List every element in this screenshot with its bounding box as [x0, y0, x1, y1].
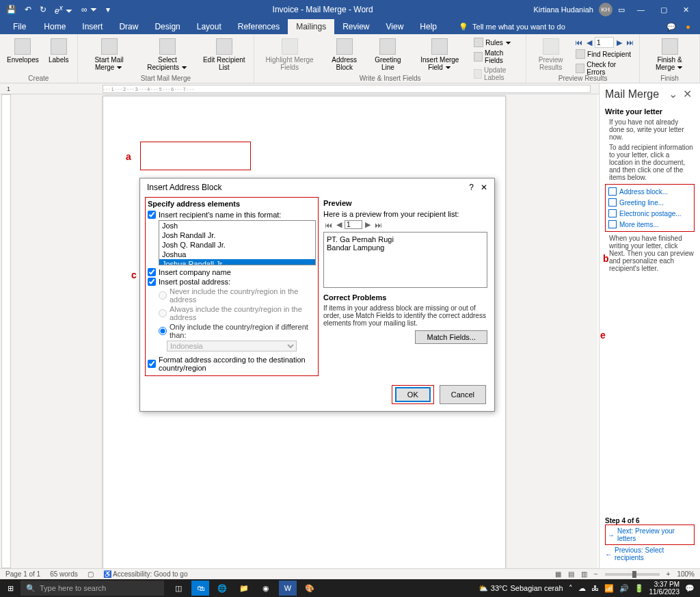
radio-only-if-different[interactable]: Only include the country/region if diffe…	[159, 323, 316, 339]
maximize-icon[interactable]: ▢	[654, 5, 674, 14]
qat-more-icon[interactable]: ▾	[104, 5, 112, 14]
name-option[interactable]: Josh Q. Randall Jr.	[159, 240, 315, 250]
redo-icon[interactable]: ↻	[38, 5, 49, 14]
name-format-list[interactable]: Josh Josh Randall Jr. Josh Q. Randall Jr…	[159, 220, 316, 265]
name-option[interactable]: Josh Randall Jr.	[159, 230, 315, 240]
record-navigator[interactable]: ⏮ ◀ ▶ ⏭	[574, 37, 635, 48]
dialog-help-icon[interactable]: ?	[469, 183, 474, 192]
tab-insert[interactable]: Insert	[74, 19, 111, 34]
name-option[interactable]: Josh	[159, 221, 315, 230]
radio-never-country[interactable]: Never include the country/region in the …	[159, 287, 316, 304]
minimize-icon[interactable]: —	[630, 5, 651, 14]
ruler-strip[interactable]: · · · 1 · · · 2 · · · 3 · · · 4 · · · 5 …	[103, 85, 591, 93]
taskbar-app-word[interactable]: W	[279, 581, 297, 596]
tab-view[interactable]: View	[378, 19, 412, 34]
taskbar-search[interactable]: 🔍 Type here to search	[21, 581, 164, 596]
notification-icon[interactable]: ●	[686, 23, 690, 31]
chk-format-address[interactable]: Format address according to the destinat…	[148, 356, 316, 372]
record-number-input[interactable]	[595, 37, 614, 48]
pane-close-icon[interactable]: ✕	[680, 88, 695, 100]
word-count[interactable]: 65 words	[50, 570, 78, 578]
name-option[interactable]: Joshua	[159, 250, 315, 259]
chk-company-name[interactable]: Insert company name	[148, 268, 316, 276]
preview-first-icon[interactable]: ⏮	[323, 221, 334, 229]
taskbar-app-explorer[interactable]: 📁	[235, 581, 253, 596]
tab-draw[interactable]: Draw	[111, 19, 146, 34]
prev-step-link[interactable]: ←Previous: Select recipients	[605, 545, 695, 563]
save-icon[interactable]: 💾	[4, 5, 18, 14]
preview-last-icon[interactable]: ⏭	[373, 221, 383, 229]
highlight-fields-button[interactable]: Highlight Merge Fields	[258, 37, 321, 72]
tab-home[interactable]: Home	[36, 19, 74, 34]
country-select[interactable]: Indonesia	[167, 341, 316, 351]
labels-button[interactable]: Labels	[44, 37, 73, 65]
last-record-icon[interactable]: ⏭	[625, 38, 635, 47]
print-layout-icon[interactable]: ▤	[568, 570, 574, 578]
dialog-close-icon[interactable]: ✕	[481, 183, 487, 192]
user-avatar[interactable]: KH	[599, 3, 612, 16]
find-recipient-button[interactable]: Find Recipient	[574, 49, 635, 59]
tray-network-icon[interactable]: 🖧	[591, 584, 599, 592]
tab-file[interactable]: File	[3, 19, 36, 34]
match-fields-button[interactable]: Match Fields...	[415, 330, 487, 344]
read-mode-icon[interactable]: ▦	[555, 570, 561, 578]
tab-layout[interactable]: Layout	[189, 19, 230, 34]
undo-icon[interactable]: ↶	[23, 5, 33, 14]
edit-recipient-list-button[interactable]: Edit Recipient List	[198, 37, 250, 72]
tray-battery-icon[interactable]: 🔋	[634, 584, 644, 593]
first-record-icon[interactable]: ⏮	[574, 38, 584, 47]
pane-dropdown-icon[interactable]: ⌄	[666, 88, 680, 100]
select-recipients-button[interactable]: Select Recipients ⏷	[139, 37, 196, 72]
finish-merge-button[interactable]: Finish & Merge ⏷	[644, 37, 695, 72]
ok-button[interactable]: OK	[395, 387, 431, 402]
radio-always-country[interactable]: Always include the country/region in the…	[159, 305, 316, 321]
taskbar-app-paint[interactable]: 🎨	[301, 581, 319, 596]
tab-mailings[interactable]: Mailings	[288, 19, 334, 34]
tray-volume-icon[interactable]: 🔊	[619, 584, 629, 593]
preview-results-button[interactable]: Preview Results	[530, 37, 571, 72]
taskbar-app-chrome[interactable]: ◉	[257, 581, 275, 596]
chk-postal-address[interactable]: Insert postal address:	[148, 278, 316, 286]
start-mail-merge-button[interactable]: Start Mail Merge ⏷	[82, 37, 137, 72]
taskbar-app-store[interactable]: 🛍	[191, 581, 209, 596]
task-view-icon[interactable]: ◫	[170, 581, 187, 596]
link-address-block[interactable]: Address block...	[607, 186, 692, 197]
tray-notifications-icon[interactable]: 💬	[685, 584, 695, 593]
zoom-in-icon[interactable]: +	[667, 570, 671, 578]
preview-next-icon[interactable]: ▶	[364, 220, 372, 229]
close-icon[interactable]: ✕	[676, 5, 696, 14]
link-more-items[interactable]: More items...	[607, 219, 692, 230]
display-options-icon[interactable]: ▭	[618, 5, 625, 14]
start-button[interactable]: ⊞	[0, 584, 21, 593]
prev-record-icon[interactable]: ◀	[585, 38, 593, 47]
zoom-out-icon[interactable]: −	[594, 570, 598, 578]
tray-wifi-icon[interactable]: 📶	[604, 584, 614, 593]
tray-onedrive-icon[interactable]: ☁	[578, 584, 586, 593]
weather-widget[interactable]: ⛅ 33°C Sebagian cerah	[479, 584, 563, 593]
match-fields-button[interactable]: Match Fields	[472, 49, 522, 65]
taskbar-app-edge[interactable]: 🌐	[213, 581, 231, 596]
insert-merge-field-button[interactable]: Insert Merge Field ⏷	[410, 37, 469, 72]
link-greeting-line[interactable]: Greeting line...	[607, 197, 692, 208]
web-layout-icon[interactable]: ▥	[581, 570, 587, 578]
address-block-button[interactable]: Address Block	[323, 37, 365, 72]
next-record-icon[interactable]: ▶	[615, 38, 623, 47]
tellme-search[interactable]: 💡 Tell me what you want to do	[459, 23, 565, 31]
tray-clock[interactable]: 3:37 PM 11/6/2023	[649, 581, 680, 596]
chk-insert-name[interactable]: Insert recipient's name in this format:	[148, 211, 316, 219]
language-icon[interactable]: ▢	[88, 570, 94, 578]
page-count[interactable]: Page 1 of 1	[5, 570, 40, 578]
preview-prev-icon[interactable]: ◀	[335, 220, 343, 229]
tab-references[interactable]: References	[230, 19, 288, 34]
link-electronic-postage[interactable]: Electronic postage...	[607, 208, 692, 219]
greeting-line-button[interactable]: Greeting Line	[368, 37, 407, 72]
vertical-ruler[interactable]	[1, 94, 11, 568]
preview-record-input[interactable]	[345, 220, 362, 229]
tab-design[interactable]: Design	[146, 19, 188, 34]
name-option-selected[interactable]: Joshua Randall Jr.	[159, 259, 315, 265]
comments-icon[interactable]: 💬	[667, 23, 676, 31]
tab-help[interactable]: Help	[412, 19, 445, 34]
formula-icon[interactable]: ex ⏷	[53, 4, 75, 16]
accessibility-status[interactable]: ♿ Accessibility: Good to go	[103, 570, 188, 578]
tab-review[interactable]: Review	[334, 19, 377, 34]
